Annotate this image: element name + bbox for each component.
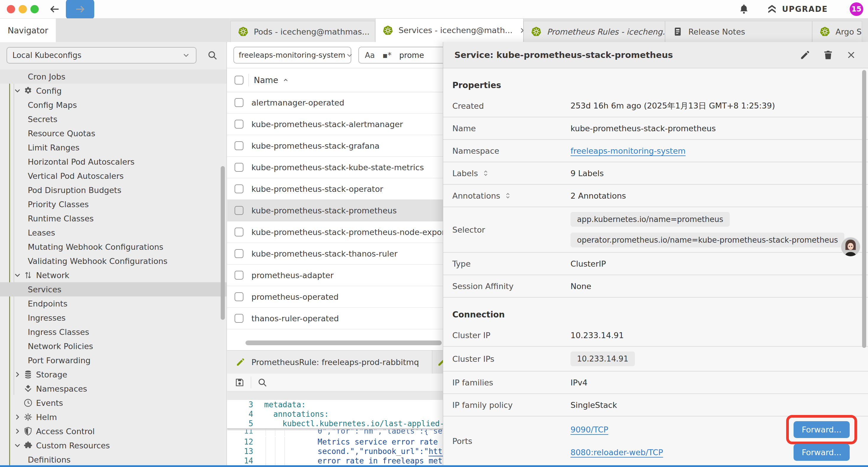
namespace-select[interactable]: freeleaps-monitoring-system	[234, 47, 351, 63]
chevron-right-icon[interactable]	[13, 427, 22, 436]
row-checkbox[interactable]	[235, 292, 243, 301]
row-checkbox[interactable]	[235, 206, 243, 215]
search-icon[interactable]	[207, 50, 218, 61]
sidebar-item-label: Endpoints	[28, 299, 67, 308]
avatar[interactable]	[840, 237, 861, 257]
port-link[interactable]: 8080:reloader-web/TCP	[570, 448, 663, 457]
row-checkbox[interactable]	[235, 163, 243, 172]
notification-count-badge[interactable]: 15	[850, 2, 863, 16]
chevron-down-icon[interactable]	[13, 271, 22, 280]
sidebar-item-horizontal-pod-autoscalers[interactable]: Horizontal Pod Autoscalers	[0, 154, 226, 169]
sidebar-item-config-maps[interactable]: Config Maps	[0, 98, 226, 112]
window-zoom-button[interactable]	[30, 5, 39, 13]
name-column-header[interactable]: Name	[254, 76, 278, 85]
kubeconfig-select[interactable]: Local Kubeconfigs	[6, 47, 196, 63]
close-tab-icon[interactable]	[518, 25, 524, 36]
back-arrow-icon[interactable]	[49, 3, 61, 15]
sidebar-item-endpoints[interactable]: Endpoints	[0, 296, 226, 311]
tab-services-icecheng-math[interactable]: Services - icecheng@math...	[375, 18, 524, 42]
detail-row-created: Created253d 16h 6m ago (2025年1月13日 GMT+8…	[443, 95, 868, 117]
editor-tab-prometheusrule[interactable]: PrometheusRule: freeleaps-prod-rabbitmq	[227, 351, 432, 374]
sidebar-item-definitions[interactable]: Definitions	[0, 453, 226, 467]
forward-button[interactable]: Forward...	[794, 444, 850, 461]
chevron-right-icon[interactable]	[13, 413, 22, 421]
expander-icon[interactable]	[482, 169, 490, 177]
namespace-link[interactable]: freeleaps-monitoring-system	[570, 146, 686, 155]
sidebar-item-ingress-classes[interactable]: Ingress Classes	[0, 325, 226, 339]
forward-button[interactable]: Forward...	[794, 421, 850, 438]
sidebar-item-mutating-webhook-configurations[interactable]: Mutating Webhook Configurations	[0, 240, 226, 254]
chevron-up-icon[interactable]	[282, 76, 289, 84]
select-all-checkbox[interactable]	[235, 76, 243, 85]
close-icon[interactable]	[845, 49, 857, 61]
sidebar-item-priority-classes[interactable]: Priority Classes	[0, 197, 226, 211]
window-close-button[interactable]	[7, 5, 15, 13]
sidebar-item-validating-webhook-configurations[interactable]: Validating Webhook Configurations	[0, 254, 226, 268]
chevron-down-icon	[182, 51, 191, 60]
sidebar-item-label: Namespaces	[36, 384, 87, 393]
chevron-down-icon[interactable]	[13, 86, 22, 95]
sidebar-item-port-forwarding[interactable]: Port Forwarding	[0, 353, 226, 368]
upgrade-label: UPGRADE	[782, 5, 828, 13]
sidebar-scrollbar[interactable]	[221, 166, 225, 320]
header-divider	[248, 74, 249, 86]
sidebar-item-services[interactable]: Services	[0, 282, 226, 296]
sidebar-item-network-policies[interactable]: Network Policies	[0, 339, 226, 353]
sidebar-item-custom-resources[interactable]: Custom Resources	[0, 438, 226, 453]
chevron-down-icon[interactable]	[13, 441, 22, 450]
bell-icon[interactable]	[738, 4, 749, 15]
match-case-toggle[interactable]: Aa	[365, 51, 375, 60]
tab-argo-se[interactable]: Argo Se	[812, 21, 862, 42]
row-checkbox[interactable]	[235, 271, 243, 280]
tab-pods-icecheng-mathmas[interactable]: Pods - icecheng@mathmas...	[230, 21, 375, 42]
save-icon[interactable]	[234, 377, 245, 388]
row-checkbox[interactable]	[235, 120, 243, 128]
resource-tree: Cron JobsConfigConfig MapsSecretsResourc…	[0, 69, 226, 467]
sidebar-item-events[interactable]: Events	[0, 396, 226, 410]
sidebar-item-storage[interactable]: Storage	[0, 368, 226, 382]
port-link[interactable]: 9090/TCP	[570, 425, 608, 434]
detail-row-label: Namespace	[452, 146, 499, 155]
sidebar-item-runtime-classes[interactable]: Runtime Classes	[0, 211, 226, 226]
sidebar-item-cron-jobs[interactable]: Cron Jobs	[0, 69, 226, 84]
row-checkbox[interactable]	[235, 228, 243, 236]
row-checkbox[interactable]	[235, 141, 243, 150]
highlight-annotation-box: Forward...	[786, 415, 857, 444]
detail-scrollbar[interactable]	[862, 70, 866, 348]
detail-title: Service: kube-prometheus-stack-prometheu…	[454, 50, 673, 60]
trash-icon[interactable]	[823, 49, 834, 61]
sidebar-item-secrets[interactable]: Secrets	[0, 112, 226, 126]
row-checkbox[interactable]	[235, 98, 243, 107]
expander-icon[interactable]	[504, 192, 512, 200]
sidebar-item-helm[interactable]: Helm	[0, 410, 226, 424]
tab-prometheus-rules-icecheng[interactable]: Prometheus Rules - icecheng...	[524, 21, 665, 42]
upgrade-button[interactable]: UPGRADE	[766, 3, 828, 15]
sidebar-item-limit-ranges[interactable]: Limit Ranges	[0, 140, 226, 154]
navigator-tab[interactable]: Navigator	[0, 19, 56, 42]
window-minimize-button[interactable]	[19, 5, 27, 13]
sidebar-item-access-control[interactable]: Access Control	[0, 424, 226, 438]
sidebar-item-pod-disruption-budgets[interactable]: Pod Disruption Budgets	[0, 183, 226, 197]
sidebar-item-leases[interactable]: Leases	[0, 226, 226, 240]
sidebar-item-ingresses[interactable]: Ingresses	[0, 311, 226, 325]
sidebar-item-config[interactable]: Config	[0, 84, 226, 98]
sidebar-item-network[interactable]: Network	[0, 268, 226, 282]
detail-row-label: Session Affinity	[452, 282, 514, 291]
sidebar-item-namespaces[interactable]: Namespaces	[0, 382, 226, 396]
forward-arrow-icon[interactable]	[66, 0, 94, 19]
horizontal-scrollbar[interactable]	[246, 341, 442, 345]
row-checkbox[interactable]	[235, 249, 243, 258]
detail-row-label: Cluster IP	[452, 331, 490, 340]
sidebar-item-vertical-pod-autoscalers[interactable]: Vertical Pod Autoscalers	[0, 169, 226, 183]
pencil-icon[interactable]	[800, 49, 811, 61]
tab-release-notes[interactable]: Release Notes	[665, 21, 812, 42]
line-number: 11	[227, 430, 253, 436]
sidebar-item-label: Horizontal Pod Autoscalers	[28, 157, 134, 167]
row-checkbox[interactable]	[235, 184, 243, 193]
chevron-right-icon[interactable]	[13, 370, 22, 379]
sidebar-item-label: Ingresses	[28, 313, 66, 322]
row-checkbox[interactable]	[235, 314, 243, 323]
regex-toggle[interactable]: ▪*	[382, 51, 392, 60]
sidebar-item-resource-quotas[interactable]: Resource Quotas	[0, 126, 226, 140]
search-icon[interactable]	[257, 377, 268, 388]
